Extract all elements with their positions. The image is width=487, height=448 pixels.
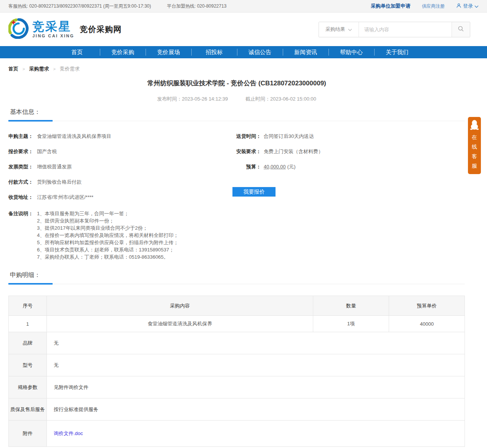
col-header-seq: 序号 <box>9 296 47 316</box>
nav-item-bidding-hall[interactable]: 竞价展场 <box>146 46 191 58</box>
online-service-widget[interactable]: 在 线 客 服 <box>468 117 481 174</box>
remark-line: 4、在报价一览表内填写报价及响应情况，将相关材料全部打印； <box>37 232 178 239</box>
search-button[interactable] <box>452 22 470 37</box>
field-delivery-time: 送货时间： 合同签订后30天内送达 <box>234 134 465 139</box>
field-subject: 申购主题： 食堂油烟管道清洗及风机保养项目 <box>8 134 234 139</box>
table-row-brand: 品牌 无 <box>9 332 465 354</box>
online-service-label: 线 <box>472 143 477 150</box>
field-install-requirement: 安装要求： 免费上门安装（含材料费） <box>234 149 465 154</box>
online-service-label: 在 <box>472 133 477 141</box>
remark-line: 7、采购经办联系人：丁老师；联系电话：0519-86336065。 <box>37 253 178 261</box>
nav-item-help-center[interactable]: 帮助中心 <box>328 46 374 58</box>
basic-info-title: 基本信息： <box>10 108 465 116</box>
site-header: 竞采星 JING CAI XING 竞价采购网 采购结果 <box>0 13 487 46</box>
remark-line: 3、提供2017年以来同类项目业绩合同不少于2份； <box>37 224 178 232</box>
quote-now-button[interactable]: 我要报价 <box>232 187 276 197</box>
nav-item-news[interactable]: 新闻资讯 <box>283 46 328 58</box>
search-input[interactable] <box>359 22 452 37</box>
nav-item-home[interactable]: 首页 <box>54 46 100 58</box>
attachment-link[interactable]: 询价文件.doc <box>54 430 83 436</box>
notice-dates: 发布时间：2023-05-26 14:12:39 截止时间：2023-06-02… <box>8 96 465 102</box>
remark-line: 6、项目技术负责联系人：赵老师，联系电话：13915890537； <box>37 246 178 253</box>
purchase-detail-table: 序号 采购内容 数量 预算单价 1 食堂油烟管道清洗及风机保养 1项 40000… <box>8 296 465 447</box>
breadcrumb-current: 竞价需求 <box>60 66 80 72</box>
remark-line: 2、提供营业执照副本复印件一份； <box>37 217 178 224</box>
login-link[interactable]: 登录 <box>456 3 479 10</box>
nav-item-bidding-purchase[interactable]: 竞价采购 <box>100 46 146 58</box>
topbar-links: 采购单位加盟申请 供应商注册 登录 <box>371 3 479 10</box>
breadcrumb-purchase-demand[interactable]: 采购需求 <box>29 66 49 72</box>
col-header-quantity: 数量 <box>313 296 389 316</box>
site-logo[interactable]: 竞采星 JING CAI XING <box>8 18 74 40</box>
online-service-label: 服 <box>472 162 477 170</box>
detail-section-header: 申购明细： <box>8 271 465 284</box>
basic-info-section-header: 基本信息： <box>8 108 465 121</box>
login-label: 登录 <box>463 3 473 10</box>
main-nav: 首页 竞价采购 竞价展场 招投标 诚信公告 新闻资讯 帮助中心 关于我们 <box>0 46 487 58</box>
remark-line: 1、本项目服务期为三年，合同一年一签； <box>37 210 178 217</box>
table-row-spec: 规格参数 见附件询价文件 <box>9 376 465 398</box>
topbar: 客服热线: 020-80922713/80922307/80922371 (周一… <box>0 0 487 13</box>
nav-item-tender[interactable]: 招投标 <box>191 46 237 58</box>
cell-content: 食堂油烟管道清洗及风机保养 <box>46 316 313 332</box>
detail-title: 申购明细： <box>10 271 465 279</box>
field-remark: 备注说明： 1、本项目服务期为三年，合同一年一签； 2、提供营业执照副本复印件一… <box>8 210 234 261</box>
logo-subtitle: JING CAI XING <box>32 34 74 38</box>
remark-line: 5、所有响应材料均加盖报价供应商公章，扫描后作为附件上传； <box>37 239 178 246</box>
search-bar: 采购结果 <box>319 22 470 37</box>
chevron-down-icon <box>474 3 479 9</box>
cell-seq: 1 <box>9 316 47 332</box>
field-invoice-type: 发票类型： 增值税普通发票 <box>8 164 234 169</box>
table-row: 1 食堂油烟管道清洗及风机保养 1项 40000 <box>9 316 465 332</box>
qq-penguin-icon <box>470 120 479 131</box>
budget-amount-link[interactable]: 40,000.00 <box>264 164 286 170</box>
field-budget: 预算： 40,000.00(元) <box>234 164 465 169</box>
search-icon <box>458 26 464 33</box>
purchaser-join-link[interactable]: 采购单位加盟申请 <box>371 3 410 10</box>
col-header-content: 采购内容 <box>46 296 313 316</box>
breadcrumb-separator-icon: > <box>22 67 25 71</box>
breadcrumb-home[interactable]: 首页 <box>8 66 18 72</box>
search-category-value: 采购结果 <box>325 26 345 33</box>
cell-unit-budget: 40000 <box>389 316 465 332</box>
cell-quantity: 1项 <box>313 316 389 332</box>
page-title: 常州纺织服装职业技术学院 - 竞价公告 (CB128072023000009) <box>8 79 465 88</box>
field-delivery-address: 收货地址： 江苏省/常州市/武进区/**** <box>8 195 234 200</box>
table-row-model: 型号 无 <box>9 354 465 376</box>
budget-unit: (元) <box>287 164 296 170</box>
user-icon <box>456 3 461 10</box>
platform-hotline: 平台加盟热线: 020-80922713 <box>167 3 226 10</box>
deadline-time: 截止时间：2023-06-02 15:00:00 <box>245 96 316 102</box>
table-row-attachment: 附件 询价文件.doc <box>9 421 465 447</box>
logo-mark-icon <box>8 18 29 40</box>
search-category-select[interactable]: 采购结果 <box>319 22 359 37</box>
table-header-row: 序号 采购内容 数量 预算单价 <box>9 296 465 316</box>
basic-info-fields: 申购主题： 食堂油烟管道清洗及风机保养项目 报价要求： 国产含税 发票类型： 增… <box>8 134 465 261</box>
breadcrumb-separator-icon: > <box>53 67 55 71</box>
service-hotline: 客服热线: 020-80922713/80922307/80922371 (周一… <box>8 3 151 10</box>
main-content: 首页 > 采购需求 > 竞价需求 常州纺织服装职业技术学院 - 竞价公告 (CB… <box>8 66 465 447</box>
supplier-register-link[interactable]: 供应商注册 <box>422 3 445 10</box>
field-quote-requirement: 报价要求： 国产含税 <box>8 149 234 154</box>
site-name: 竞价采购网 <box>80 24 122 35</box>
field-payment-method: 付款方式： 货到验收合格后付款 <box>8 179 234 184</box>
nav-item-about-us[interactable]: 关于我们 <box>374 46 420 58</box>
logo-title: 竞采星 <box>32 21 74 32</box>
publish-time: 发布时间：2023-05-26 14:12:39 <box>157 96 228 102</box>
col-header-unit-budget: 预算单价 <box>389 296 465 316</box>
nav-item-integrity-notice[interactable]: 诚信公告 <box>237 46 283 58</box>
table-row-warranty: 质保及售后服务 按行业标准提供服务 <box>9 398 465 421</box>
chevron-down-icon <box>348 27 352 32</box>
online-service-label: 客 <box>472 152 477 160</box>
breadcrumb: 首页 > 采购需求 > 竞价需求 <box>8 66 465 72</box>
